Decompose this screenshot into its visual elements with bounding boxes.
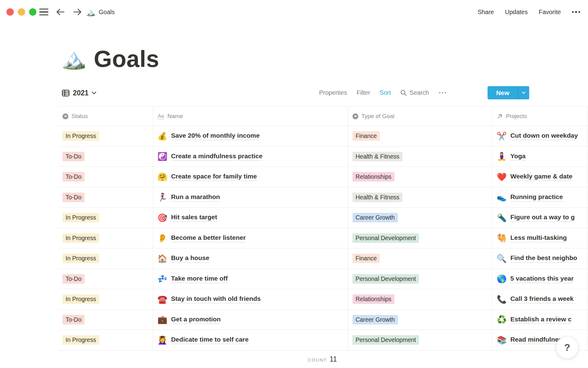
minimize-window-button[interactable] bbox=[18, 8, 25, 16]
goal-page-link[interactable]: Hit sales target bbox=[171, 213, 217, 222]
properties-button[interactable]: Properties bbox=[319, 89, 347, 96]
goal-page-link[interactable]: Create space for family time bbox=[171, 173, 257, 181]
projects-cell[interactable]: 📞 Call 3 friends a week bbox=[492, 289, 587, 309]
goal-page-link[interactable]: Get a promotion bbox=[171, 316, 221, 324]
type-of-goal-cell[interactable]: Personal Development bbox=[348, 330, 492, 350]
type-of-goal-cell[interactable]: Career Growth bbox=[348, 208, 492, 228]
project-page-link[interactable]: Find the best neighbo bbox=[510, 254, 577, 263]
column-header-name[interactable]: Aa Name bbox=[153, 107, 348, 126]
name-cell[interactable]: 🏃‍♀️ Run a marathon bbox=[153, 187, 348, 208]
projects-cell[interactable]: 🐫 Less multi-tasking bbox=[492, 228, 587, 248]
back-arrow-icon[interactable] bbox=[55, 7, 66, 17]
name-cell[interactable]: 💰 Save 20% of monthly income bbox=[153, 126, 348, 146]
goal-page-link[interactable]: Become a better listener bbox=[171, 234, 246, 242]
projects-cell[interactable]: 🔦 Figure out a way to g bbox=[492, 208, 587, 228]
type-of-goal-cell[interactable]: Personal Development bbox=[348, 269, 492, 289]
view-switcher[interactable]: 2021 bbox=[62, 87, 96, 99]
status-cell[interactable]: In Progress bbox=[58, 330, 153, 350]
status-cell[interactable]: In Progress bbox=[58, 248, 153, 269]
name-cell[interactable]: 💤 Take more time off bbox=[153, 269, 348, 289]
project-page-link[interactable]: Figure out a way to g bbox=[510, 213, 575, 222]
type-of-goal-cell[interactable]: Relationships bbox=[348, 289, 492, 309]
status-cell[interactable]: To-Do bbox=[58, 167, 153, 187]
status-badge: To-Do bbox=[62, 172, 85, 182]
name-cell[interactable]: 💆‍♀️ Dedicate time to self care bbox=[153, 330, 348, 350]
projects-cell[interactable]: ✂️ Cut down on weekday bbox=[492, 126, 587, 146]
name-cell[interactable]: ☎️ Stay in touch with old friends bbox=[153, 289, 348, 309]
status-cell[interactable]: In Progress bbox=[58, 228, 153, 248]
goal-page-link[interactable]: Dedicate time to self care bbox=[171, 336, 248, 344]
column-header-projects[interactable]: Projects bbox=[492, 107, 587, 126]
sort-button[interactable]: Sort bbox=[380, 89, 391, 96]
goal-emoji-icon: ☯️ bbox=[157, 152, 167, 160]
name-cell[interactable]: 👂 Become a better listener bbox=[153, 228, 348, 248]
goal-page-link[interactable]: Create a mindfulness practice bbox=[171, 152, 262, 161]
type-of-goal-badge: Finance bbox=[352, 131, 380, 141]
goal-page-link[interactable]: Stay in touch with old friends bbox=[171, 295, 261, 303]
projects-cell[interactable]: 👟 Running practice bbox=[492, 187, 587, 208]
project-page-link[interactable]: Less multi-tasking bbox=[510, 234, 567, 242]
type-of-goal-cell[interactable]: Career Growth bbox=[348, 310, 492, 330]
project-page-link[interactable]: Running practice bbox=[510, 193, 563, 201]
status-cell[interactable]: In Progress bbox=[58, 126, 153, 146]
type-of-goal-cell[interactable]: Relationships bbox=[348, 167, 492, 187]
help-button[interactable]: ? bbox=[556, 336, 579, 359]
project-page-link[interactable]: 5 vacations this year bbox=[510, 275, 574, 283]
project-page-link[interactable]: Cut down on weekday bbox=[510, 132, 578, 140]
status-cell[interactable]: To-Do bbox=[58, 269, 153, 289]
close-window-button[interactable] bbox=[6, 8, 14, 16]
goal-page-link[interactable]: Buy a house bbox=[171, 254, 209, 263]
view-options-icon[interactable] bbox=[439, 92, 447, 94]
new-button[interactable]: New bbox=[488, 86, 529, 99]
updates-button[interactable]: Updates bbox=[505, 9, 528, 16]
goal-page-link[interactable]: Take more time off bbox=[171, 275, 228, 283]
projects-cell[interactable]: 🌎 5 vacations this year bbox=[492, 269, 587, 289]
project-emoji-icon: 📚 bbox=[497, 336, 507, 344]
type-of-goal-badge: Relationships bbox=[352, 172, 394, 182]
project-page-link[interactable]: Yoga bbox=[510, 152, 526, 161]
projects-cell[interactable]: ♻️ Establish a review c bbox=[492, 310, 587, 330]
status-cell[interactable]: In Progress bbox=[58, 208, 153, 228]
column-header-status[interactable]: Status bbox=[58, 107, 153, 126]
type-of-goal-cell[interactable]: Health & Fitness bbox=[348, 187, 492, 208]
name-cell[interactable]: 🏠 Buy a house bbox=[153, 248, 348, 269]
project-page-link[interactable]: Establish a review c bbox=[510, 316, 571, 324]
status-cell[interactable]: To-Do bbox=[58, 310, 153, 330]
type-of-goal-cell[interactable]: Health & Fitness bbox=[348, 147, 492, 167]
sidebar-toggle-icon[interactable] bbox=[39, 7, 48, 17]
favorite-button[interactable]: Favorite bbox=[539, 9, 561, 16]
name-cell[interactable]: 🎯 Hit sales target bbox=[153, 208, 348, 228]
name-cell[interactable]: 💼 Get a promotion bbox=[153, 310, 348, 330]
status-cell[interactable]: To-Do bbox=[58, 187, 153, 208]
page-icon-mountain[interactable]: 🏔️ bbox=[61, 48, 86, 69]
goal-page-link[interactable]: Save 20% of monthly income bbox=[171, 132, 259, 140]
name-cell[interactable]: ☯️ Create a mindfulness practice bbox=[153, 147, 348, 167]
zoom-window-button[interactable] bbox=[29, 8, 36, 16]
breadcrumb-page-title[interactable]: Goals bbox=[99, 9, 115, 16]
project-emoji-icon: 🌎 bbox=[497, 275, 507, 283]
more-options-icon[interactable] bbox=[572, 11, 580, 13]
new-button-chevron-icon[interactable] bbox=[518, 91, 529, 94]
page-title[interactable]: Goals bbox=[94, 45, 159, 72]
status-cell[interactable]: To-Do bbox=[58, 147, 153, 167]
traffic-lights bbox=[6, 8, 36, 16]
forward-arrow-icon[interactable] bbox=[72, 7, 83, 17]
type-of-goal-cell[interactable]: Finance bbox=[348, 126, 492, 146]
page-header: 🏔️ Goals bbox=[61, 45, 159, 72]
filter-button[interactable]: Filter bbox=[356, 89, 370, 96]
type-of-goal-cell[interactable]: Finance bbox=[348, 248, 492, 269]
search-button[interactable]: Search bbox=[400, 89, 429, 96]
projects-cell[interactable]: 🔍 Find the best neighbo bbox=[492, 248, 587, 269]
project-page-link[interactable]: Weekly game & date bbox=[510, 173, 572, 181]
project-page-link[interactable]: Call 3 friends a week bbox=[510, 295, 574, 303]
name-cell[interactable]: 🤗 Create space for family time bbox=[153, 167, 348, 187]
type-of-goal-cell[interactable]: Personal Development bbox=[348, 228, 492, 248]
column-header-type-of-goal[interactable]: Type of Goal bbox=[348, 107, 492, 126]
table-count[interactable]: COUNT 11 bbox=[308, 355, 337, 363]
goal-page-link[interactable]: Run a marathon bbox=[171, 193, 220, 201]
projects-cell[interactable]: 🧘‍♀️ Yoga bbox=[492, 147, 587, 167]
status-cell[interactable]: In Progress bbox=[58, 289, 153, 309]
projects-cell[interactable]: ❤️ Weekly game & date bbox=[492, 167, 587, 187]
share-button[interactable]: Share bbox=[477, 9, 494, 16]
goals-table: Status Aa Name Type of Goal Projects In … bbox=[58, 106, 588, 351]
